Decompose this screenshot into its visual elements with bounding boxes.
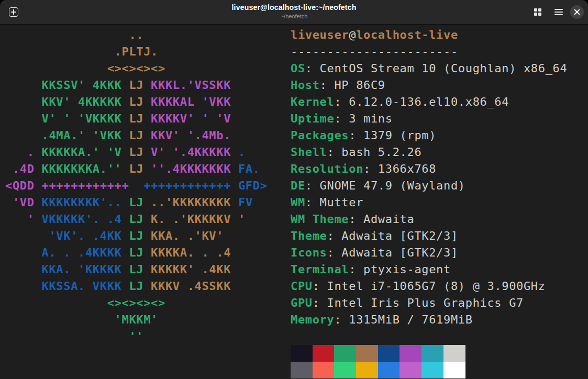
neofetch-info-row: Terminal: ptyxis-agent <box>291 261 567 278</box>
ascii-art-line: 'VK'. .4KK LJ KKA. .'KV' <box>5 228 268 244</box>
palette-swatch <box>356 345 378 362</box>
palette-swatch <box>400 362 421 378</box>
new-tab-icon <box>9 7 18 17</box>
ascii-art-line: <><><><> <box>5 295 268 311</box>
ascii-art-line: KKV' 4KKKKK LJ KKKKAL 'VKK <box>5 94 268 110</box>
ascii-art-line: <QDD ++++++++++++ ++++++++++++ GFD> <box>5 177 268 194</box>
neofetch-info-row: Packages: 1379 (rpm) <box>291 127 567 144</box>
neofetch-info-row: Host: HP 86C9 <box>291 77 567 94</box>
neofetch-info-row: WM Theme: Adwaita <box>291 211 567 228</box>
window-subtitle: ~/neofetch <box>63 13 525 20</box>
ascii-art-line: KKA. 'KKKKK LJ KKKKK' .4KK <box>5 261 268 278</box>
tab-overview-icon <box>534 8 541 16</box>
neofetch-info-row: Theme: Adwaita [GTK2/3] <box>291 228 567 244</box>
ascii-art-line: .4D KKKKKKKA.'' LJ ''.4KKKKKKK FA. <box>5 161 268 177</box>
palette-row <box>291 362 465 378</box>
ascii-art-line: 'VD KKKKKKKK'.. LJ ..'KKKKKKKK FV <box>5 194 268 211</box>
palette-swatch <box>291 362 313 378</box>
terminal-content[interactable]: .. .PLTJ. <><><><> KKSSV' 4KKK LJ KKKL.'… <box>0 24 588 379</box>
new-tab-button[interactable] <box>6 5 21 19</box>
neofetch-info-row: Resolution: 1366x768 <box>291 161 567 177</box>
palette-swatch <box>443 362 465 378</box>
close-icon <box>574 9 580 15</box>
palette-swatch <box>378 345 400 362</box>
neofetch-info-row: Memory: 1315MiB / 7619MiB <box>291 311 567 328</box>
palette-swatch <box>291 345 313 362</box>
ascii-art-line: .PLTJ. <box>5 43 268 60</box>
palette-swatch <box>356 362 378 378</box>
palette-swatch <box>334 362 356 378</box>
neofetch-separator: ----------------------- <box>291 43 567 60</box>
palette-swatch <box>421 362 443 378</box>
palette-swatch <box>313 362 335 378</box>
palette-swatch <box>421 345 443 362</box>
headerbar: liveuser@localhost-live:~/neofetch ~/neo… <box>0 0 588 24</box>
palette-swatch <box>378 362 400 378</box>
palette-swatch <box>313 345 335 362</box>
neofetch-ascii-logo: .. .PLTJ. <><><><> KKSSV' 4KKK LJ KKKL.'… <box>5 27 268 345</box>
ascii-art-line: A. . .4KKKK LJ KKKKA. . .4 <box>5 244 268 261</box>
terminal-color-palette <box>291 345 465 378</box>
neofetch-info-row: Icons: Adwaita [GTK2/3] <box>291 244 567 261</box>
window-title-area: liveuser@localhost-live:~/neofetch ~/neo… <box>63 3 525 20</box>
neofetch-info-row: WM: Mutter <box>291 194 567 211</box>
neofetch-info-row: DE: GNOME 47.9 (Wayland) <box>291 177 567 194</box>
neofetch-info-row: Uptime: 3 mins <box>291 110 567 127</box>
ascii-art-line: '' <box>5 328 268 345</box>
ascii-art-line: V' ' 'VKKKK LJ KKKKV' ' 'V <box>5 110 268 127</box>
ascii-art-line: <><><><> <box>5 60 268 77</box>
ascii-art-line: . KKKKKA.' 'V LJ V' '.4KKKKK . <box>5 144 268 161</box>
neofetch-info-row: OS: CentOS Stream 10 (Coughlan) x86_64 <box>291 60 567 77</box>
ascii-art-line: 'MKKM' <box>5 311 268 328</box>
neofetch-title-line: liveuser@localhost-live <box>291 27 567 43</box>
menu-button[interactable] <box>551 5 566 19</box>
ascii-art-line: .4MA.' 'VKK LJ KKV' '.4Mb. <box>5 127 268 144</box>
ascii-art-line: KKSSA. VKKK LJ KKKV .4SSKK <box>5 278 268 295</box>
palette-row <box>291 345 465 362</box>
neofetch-info-row: Kernel: 6.12.0-136.el10.x86_64 <box>291 94 567 110</box>
hamburger-menu-icon <box>554 9 563 15</box>
terminal-window: liveuser@localhost-live:~/neofetch ~/neo… <box>0 0 588 379</box>
window-title: liveuser@localhost-live:~/neofetch <box>63 3 525 12</box>
neofetch-info-row: CPU: Intel i7-1065G7 (8) @ 3.900GHz <box>291 278 567 295</box>
neofetch-info: liveuser@localhost-live-----------------… <box>291 27 567 328</box>
close-button[interactable] <box>570 5 584 19</box>
palette-swatch <box>443 345 465 362</box>
ascii-art-line: KKSSV' 4KKK LJ KKKL.'VSSKK <box>5 77 268 94</box>
ascii-art-line: .. <box>5 27 268 43</box>
palette-swatch <box>400 345 421 362</box>
tab-overview-button[interactable] <box>530 5 545 19</box>
ascii-art-line: ' VKKKKK'. .4 LJ K. .'KKKKKV ' <box>5 211 268 228</box>
neofetch-info-row: GPU: Intel Iris Plus Graphics G7 <box>291 295 567 311</box>
neofetch-info-row: Shell: bash 5.2.26 <box>291 144 567 161</box>
palette-swatch <box>334 345 356 362</box>
